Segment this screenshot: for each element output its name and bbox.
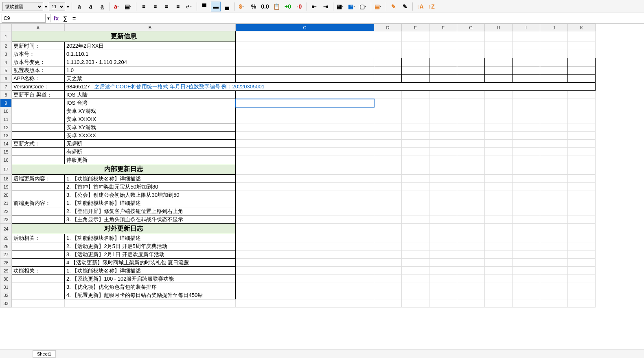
cell[interactable] bbox=[429, 224, 457, 234]
cell[interactable] bbox=[485, 250, 513, 259]
cell[interactable] bbox=[485, 207, 513, 215]
conditional-format-button[interactable]: ▤▾ bbox=[374, 2, 383, 11]
cell[interactable] bbox=[485, 42, 513, 50]
cell[interactable] bbox=[540, 199, 568, 207]
cell[interactable] bbox=[540, 250, 568, 259]
cell[interactable] bbox=[568, 31, 596, 42]
cell[interactable] bbox=[568, 259, 596, 267]
cell[interactable]: IOS 大陆 bbox=[65, 91, 236, 99]
cell[interactable]: 安卓 XY游戏 bbox=[65, 107, 236, 115]
cell[interactable] bbox=[457, 58, 485, 66]
row-header[interactable]: 23 bbox=[0, 215, 12, 224]
cell[interactable] bbox=[402, 283, 429, 291]
cell[interactable] bbox=[513, 242, 540, 250]
cell[interactable] bbox=[513, 234, 540, 242]
cell[interactable] bbox=[568, 207, 596, 215]
row-header[interactable]: 7 bbox=[0, 83, 12, 91]
cell[interactable] bbox=[540, 132, 568, 140]
cell[interactable] bbox=[457, 123, 485, 132]
cell[interactable] bbox=[485, 199, 513, 207]
cell[interactable] bbox=[429, 148, 457, 156]
cell[interactable] bbox=[485, 259, 513, 267]
row-header[interactable]: 24 bbox=[0, 224, 12, 234]
cell[interactable] bbox=[429, 91, 457, 99]
cell[interactable] bbox=[12, 259, 65, 267]
cell[interactable] bbox=[402, 175, 429, 183]
cell[interactable] bbox=[65, 299, 236, 307]
cell[interactable] bbox=[568, 234, 596, 242]
cell[interactable] bbox=[429, 75, 457, 83]
cell[interactable] bbox=[429, 267, 457, 275]
font-color-button[interactable]: a▾ bbox=[112, 2, 122, 11]
row-header[interactable]: 1 bbox=[0, 31, 12, 42]
cell[interactable] bbox=[513, 164, 540, 175]
cell[interactable] bbox=[568, 107, 596, 115]
cell[interactable] bbox=[402, 199, 429, 207]
cell[interactable] bbox=[457, 250, 485, 259]
cell[interactable] bbox=[374, 42, 402, 50]
cell[interactable] bbox=[485, 66, 513, 75]
cell[interactable] bbox=[540, 164, 568, 175]
section-header[interactable]: 内部更新日志 bbox=[12, 164, 236, 175]
cell[interactable] bbox=[513, 215, 540, 224]
cell[interactable] bbox=[374, 207, 402, 215]
cell[interactable] bbox=[374, 156, 402, 164]
column-header[interactable]: B bbox=[65, 24, 236, 31]
sheet-tab[interactable]: Sheet1 bbox=[33, 350, 56, 358]
cell[interactable] bbox=[485, 107, 513, 115]
cell[interactable] bbox=[485, 99, 513, 107]
equals-button[interactable]: = bbox=[70, 14, 79, 23]
cell[interactable] bbox=[457, 31, 485, 42]
column-header[interactable]: C bbox=[236, 24, 374, 31]
cell[interactable] bbox=[568, 148, 596, 156]
cell[interactable]: 功能相关： bbox=[12, 267, 65, 275]
cell[interactable] bbox=[374, 183, 402, 191]
cell[interactable] bbox=[540, 275, 568, 283]
cell[interactable] bbox=[540, 291, 568, 299]
cell[interactable]: 安卓 XXXXX bbox=[65, 132, 236, 140]
cell[interactable] bbox=[485, 164, 513, 175]
cell[interactable] bbox=[429, 175, 457, 183]
cell[interactable] bbox=[513, 175, 540, 183]
increase-indent-button[interactable]: ⇥ bbox=[321, 2, 331, 11]
cell[interactable] bbox=[513, 107, 540, 115]
cell[interactable] bbox=[485, 175, 513, 183]
row-header[interactable]: 27 bbox=[0, 250, 12, 259]
cell[interactable]: 无瞬断 bbox=[65, 140, 236, 148]
cell[interactable] bbox=[540, 115, 568, 123]
cell[interactable]: 68465127 - 之后这个CODE将使用统一格式 年月日2位数数字编号 例：… bbox=[65, 83, 596, 91]
row-header[interactable]: 13 bbox=[0, 132, 12, 140]
cell[interactable] bbox=[236, 91, 374, 99]
cell[interactable] bbox=[540, 99, 568, 107]
cell[interactable]: 1. 【功能能模块名称】详细描述 bbox=[65, 267, 236, 275]
cell[interactable] bbox=[513, 148, 540, 156]
cell[interactable] bbox=[540, 183, 568, 191]
column-header[interactable]: F bbox=[429, 24, 457, 31]
cell[interactable] bbox=[513, 42, 540, 50]
cell[interactable] bbox=[540, 50, 568, 58]
cell[interactable] bbox=[374, 148, 402, 156]
cell[interactable] bbox=[457, 199, 485, 207]
cell[interactable] bbox=[429, 215, 457, 224]
cell[interactable] bbox=[485, 267, 513, 275]
cell[interactable] bbox=[513, 207, 540, 215]
cell[interactable] bbox=[568, 250, 596, 259]
cell[interactable] bbox=[236, 215, 374, 224]
cell[interactable]: 1.0 bbox=[65, 66, 236, 75]
cell[interactable] bbox=[540, 123, 568, 132]
cell[interactable] bbox=[485, 291, 513, 299]
cell[interactable]: 2. 【活动更新】2月5日 开启5周年庆典活动 bbox=[65, 242, 236, 250]
cell[interactable] bbox=[485, 283, 513, 291]
cell[interactable] bbox=[429, 58, 457, 66]
cell[interactable] bbox=[429, 42, 457, 50]
increase-decimal-button[interactable]: +0 bbox=[283, 2, 293, 11]
cell[interactable] bbox=[374, 132, 402, 140]
cell[interactable] bbox=[457, 259, 485, 267]
cell[interactable] bbox=[485, 148, 513, 156]
cell[interactable] bbox=[540, 156, 568, 164]
section-header[interactable]: 更新信息 bbox=[12, 31, 236, 42]
cell[interactable] bbox=[513, 75, 540, 83]
cell[interactable] bbox=[568, 99, 596, 107]
cell[interactable] bbox=[513, 91, 540, 99]
cell[interactable] bbox=[374, 31, 402, 42]
